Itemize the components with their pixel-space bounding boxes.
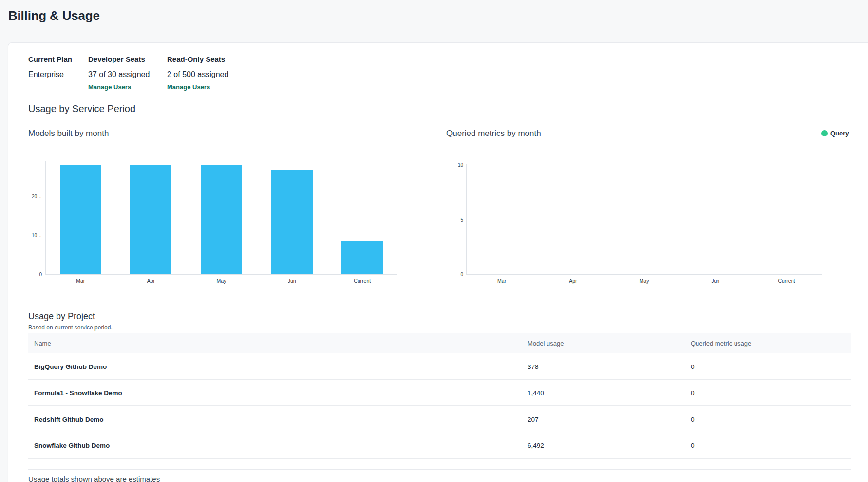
section-title-usage-by-project: Usage by Project [28,311,95,322]
y-tick-label-0: 0 [442,272,463,277]
table-header: NameModel usageQueried metric usage [28,333,851,353]
column-header-queried-metric-usage: Queried metric usage [691,340,751,347]
billing-usage-page: Billing & Usage Current PlanEnterpriseDe… [0,0,868,482]
table-row-snowflake-github-demo: Snowflake Github Demo6,4920 [28,432,851,459]
y-axis [466,164,467,275]
cell-model-usage: 1,440 [528,389,544,396]
x-tick-label-mar: Mar [480,278,524,284]
cell-model-usage: 207 [528,415,539,423]
table-row-redshift-github-demo: Redshift Github Demo2070 [28,406,851,432]
table-row-bigquery-github-demo: BigQuery Github Demo3780 [28,353,851,380]
cell-queried-metric-usage: 0 [691,442,695,449]
legend-query-dot [821,130,828,136]
y-tick-label-5: 5 [442,217,463,222]
x-axis [466,274,822,275]
cell-project-name: Redshift Github Demo [34,415,104,423]
table-footer-spacer [28,459,851,470]
cell-model-usage: 378 [528,363,539,370]
cell-model-usage: 6,492 [528,442,544,449]
y-tick-label-10: 10 [442,162,463,168]
x-tick-label-jun: Jun [694,278,737,284]
footer-note: Usage totals shown above are estimates [28,475,160,482]
x-tick-label-may: May [623,278,666,284]
usage-table: NameModel usageQueried metric usageBigQu… [28,333,851,470]
cell-queried-metric-usage: 0 [691,389,695,396]
cell-project-name: Snowflake Github Demo [34,442,110,449]
cell-queried-metric-usage: 0 [691,363,695,370]
table-row-formula1-snowflake-demo: Formula1 - Snowflake Demo1,4400 [28,380,851,406]
x-tick-label-apr: Apr [551,278,595,284]
cell-queried-metric-usage: 0 [691,415,695,423]
legend-query-label: Query [830,130,849,137]
x-tick-label-current: Current [765,278,809,284]
chart-legend: Query [821,130,849,137]
cell-project-name: Formula1 - Snowflake Demo [34,389,122,396]
column-header-model-usage: Model usage [528,340,564,347]
column-header-name: Name [34,340,51,347]
cell-project-name: BigQuery Github Demo [34,363,107,370]
section-subtitle: Based on current service period. [28,324,113,331]
chart-title-queried-metrics: Queried metrics by month [446,129,541,138]
